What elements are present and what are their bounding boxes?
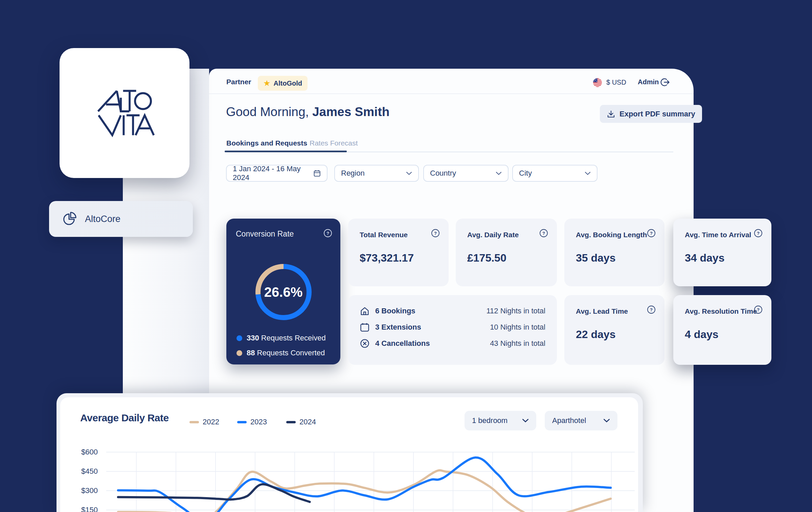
chart-legend-2024: 2024 <box>286 418 316 426</box>
extensions-row: 3 Extensions 10 Nights in total <box>360 321 545 333</box>
card-value: 34 days <box>685 252 724 264</box>
svg-text:?: ? <box>757 231 760 236</box>
pie-chart-icon <box>61 211 77 227</box>
legend-requests-converted: 88 Requests Converted <box>236 349 338 357</box>
card-title: Total Revenue <box>360 231 408 239</box>
card-value: £175.50 <box>467 252 506 264</box>
legend-dot <box>236 335 242 341</box>
svg-text:?: ? <box>650 231 653 236</box>
tab-bookings-and-requests[interactable]: Bookings and Requests <box>226 139 307 147</box>
region-dropdown[interactable]: Region <box>334 165 419 182</box>
logout-icon[interactable] <box>660 77 670 87</box>
x-circle-icon <box>360 338 370 349</box>
series-line-2023 <box>118 458 611 512</box>
calendar-icon <box>360 322 370 332</box>
country-value: Country <box>430 169 456 178</box>
avg-daily-rate-card: Avg. Daily Rate ? £175.50 <box>456 219 557 286</box>
bookings-nights: 112 Nights in total <box>487 307 545 315</box>
conversion-rate-value: 26.6% <box>226 260 340 324</box>
help-icon[interactable]: ? <box>647 229 656 238</box>
total-revenue-card: Total Revenue ? $73,321.17 <box>348 219 449 286</box>
svg-text:?: ? <box>326 231 329 236</box>
region-value: Region <box>341 169 365 178</box>
bedroom-value: 1 bedroom <box>472 416 508 425</box>
avg-lead-time-card: Avg. Lead Time ? 22 days <box>564 295 664 365</box>
extensions-nights: 10 Nights in total <box>490 323 545 332</box>
bookings-row: 6 Bookings 112 Nights in total <box>360 305 545 317</box>
badge-label: AltoGold <box>274 80 302 87</box>
export-pdf-button[interactable]: Export PDF summary <box>600 105 702 123</box>
chart-legend-2023: 2023 <box>237 418 267 426</box>
card-value: 4 days <box>685 328 719 341</box>
date-range-picker[interactable]: 1 Jan 2024 - 16 May 2024 <box>226 165 328 182</box>
legend-requests-received: 330 Requests Received <box>236 334 338 342</box>
card-value: 35 days <box>576 252 615 264</box>
help-icon[interactable]: ? <box>754 305 763 314</box>
partner-label: Partner <box>226 78 251 86</box>
help-icon[interactable]: ? <box>647 305 656 314</box>
altovita-logo-card <box>60 48 189 178</box>
country-dropdown[interactable]: Country <box>423 165 509 182</box>
extensions-count: 3 Extensions <box>375 323 421 332</box>
card-title: Conversion Rate <box>236 229 294 239</box>
avg-time-to-arrival-card: Avg. Time to Arrival ? 34 days <box>673 219 771 286</box>
bedroom-dropdown[interactable]: 1 bedroom <box>465 411 536 430</box>
card-title: Avg. Booking Length <box>576 231 647 239</box>
export-pdf-label: Export PDF summary <box>619 110 695 118</box>
page-title: Good Morning, James Smith <box>226 105 389 119</box>
help-icon[interactable]: ? <box>323 229 332 238</box>
header-divider <box>209 93 694 94</box>
property-type-value: Aparthotel <box>552 416 586 425</box>
cancellations-row: 4 Cancellations 43 Nights in total <box>360 338 545 349</box>
chevron-down-icon <box>406 172 412 175</box>
chart-legend-2022: 2022 <box>189 418 219 426</box>
avg-resolution-time-card: Avg. Resolution Time ? 4 days <box>673 295 771 365</box>
card-value: $73,321.17 <box>360 252 414 264</box>
house-icon <box>360 306 370 316</box>
card-title: Avg. Lead Time <box>576 307 628 315</box>
legend-dash <box>189 421 199 423</box>
chevron-down-icon <box>522 419 529 423</box>
user-name: James Smith <box>312 105 389 119</box>
help-icon[interactable]: ? <box>431 229 440 238</box>
card-title: Avg. Resolution Time <box>685 307 757 315</box>
card-title: Avg. Daily Rate <box>467 231 519 239</box>
chevron-down-icon <box>496 172 502 175</box>
help-icon[interactable]: ? <box>754 229 763 238</box>
svg-text:?: ? <box>650 307 653 312</box>
svg-text:?: ? <box>542 231 545 236</box>
svg-text:?: ? <box>434 231 437 236</box>
chevron-down-icon <box>585 172 591 175</box>
legend-dash <box>286 421 296 423</box>
legend-dash <box>237 421 247 423</box>
chart-title: Average Daily Rate <box>80 412 169 424</box>
city-dropdown[interactable]: City <box>512 165 597 182</box>
help-icon[interactable]: ? <box>539 229 548 238</box>
currency-selector[interactable]: $ USD <box>606 79 626 86</box>
us-flag-icon <box>593 78 602 87</box>
sidebar-item-altocore[interactable]: AltoCore <box>49 201 193 237</box>
avg-booking-length-card: Avg. Booking Length ? 35 days <box>564 219 664 286</box>
date-range-value: 1 Jan 2024 - 16 May 2024 <box>233 164 313 182</box>
conversion-rate-card: Conversion Rate ? 26.6% 330 Requests Rec… <box>226 219 340 364</box>
series-line-2022 <box>118 470 611 512</box>
star-icon: ★ <box>263 79 271 87</box>
cancellations-count: 4 Cancellations <box>375 339 430 348</box>
dashboard-screen: AltoCore Partner ★ AltoGold $ USD Admin <box>0 0 812 512</box>
card-title: Avg. Time to Arrival <box>685 231 751 239</box>
rate-line-chart <box>61 440 638 512</box>
card-value: 22 days <box>576 328 615 341</box>
sidebar-item-label: AltoCore <box>85 214 120 224</box>
calendar-icon <box>313 169 321 177</box>
svg-text:?: ? <box>757 307 760 312</box>
active-tab-indicator <box>225 151 347 152</box>
tab-rates-forecast[interactable]: Rates Forecast <box>310 139 358 147</box>
admin-menu[interactable]: Admin <box>638 78 659 86</box>
legend-dot <box>236 350 242 356</box>
property-type-dropdown[interactable]: Aparthotel <box>545 411 617 430</box>
altovita-logo <box>89 79 160 147</box>
chevron-down-icon <box>603 419 610 423</box>
bookings-summary-card: 6 Bookings 112 Nights in total 3 Extensi… <box>348 295 557 365</box>
city-value: City <box>519 169 532 178</box>
download-icon <box>607 110 615 118</box>
